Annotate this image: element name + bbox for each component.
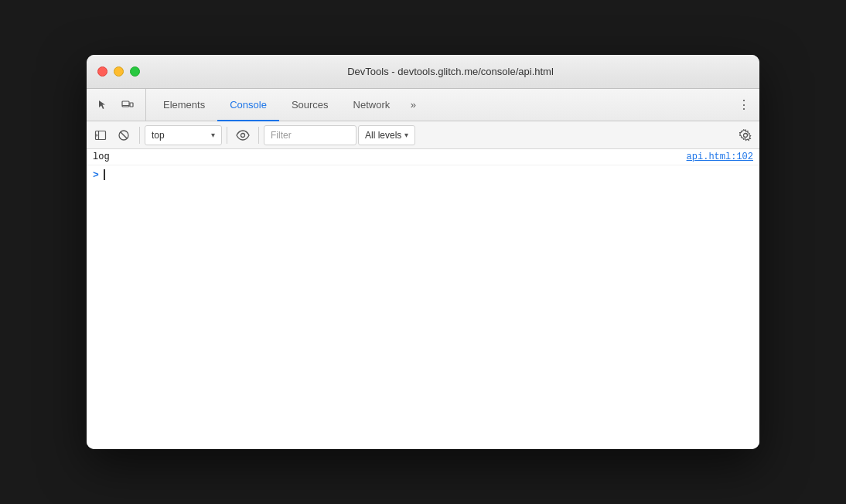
settings-button[interactable] [735, 124, 756, 146]
svg-point-8 [241, 133, 245, 137]
console-cursor [104, 169, 105, 180]
levels-arrow: ▾ [404, 131, 408, 139]
svg-rect-1 [130, 103, 133, 107]
toggle-sidebar-button[interactable] [90, 124, 111, 146]
filter-input[interactable] [264, 125, 356, 145]
console-log-entry: log api.html:102 [87, 149, 759, 165]
close-button[interactable] [97, 66, 107, 77]
minimize-button[interactable] [114, 66, 124, 77]
traffic-lights [97, 66, 140, 77]
tab-sources[interactable]: Sources [279, 89, 341, 121]
titlebar: DevTools - devtools.glitch.me/console/ap… [87, 55, 759, 89]
tab-network[interactable]: Network [341, 89, 403, 121]
devtools-window: DevTools - devtools.glitch.me/console/ap… [87, 55, 759, 449]
context-selector[interactable]: top ▾ [145, 125, 222, 145]
devtools-menu-button[interactable]: ⋮ [733, 94, 755, 116]
device-toolbar-icon-button[interactable] [116, 94, 139, 117]
svg-marker-5 [97, 134, 98, 137]
maximize-button[interactable] [130, 66, 140, 77]
tab-console[interactable]: Console [217, 89, 279, 121]
log-source-link[interactable]: api.html:102 [687, 152, 753, 162]
toolbar-divider-3 [258, 127, 259, 144]
log-text: log [93, 152, 681, 162]
console-prompt: > [93, 169, 99, 181]
tab-elements[interactable]: Elements [151, 89, 217, 121]
svg-line-7 [121, 132, 127, 138]
log-levels-selector[interactable]: All levels ▾ [358, 125, 415, 145]
live-expressions-button[interactable] [232, 124, 254, 146]
tabsbar: Elements Console Sources Network » ⋮ [87, 89, 759, 121]
svg-point-9 [744, 133, 748, 137]
console-toolbar: top ▾ All levels ▾ [87, 121, 759, 149]
clear-console-button[interactable] [113, 124, 135, 146]
context-selector-arrow: ▾ [211, 131, 215, 139]
inspect-icon-button[interactable] [91, 94, 114, 117]
window-title: DevTools - devtools.glitch.me/console/ap… [152, 66, 749, 77]
console-content[interactable]: log api.html:102 > [87, 149, 759, 449]
toolbar-divider-2 [227, 127, 227, 144]
more-tabs-button[interactable]: » [402, 94, 424, 116]
toolbar-divider-1 [139, 127, 140, 144]
devtools-icons [91, 89, 146, 121]
console-input-row[interactable]: > [87, 165, 759, 184]
